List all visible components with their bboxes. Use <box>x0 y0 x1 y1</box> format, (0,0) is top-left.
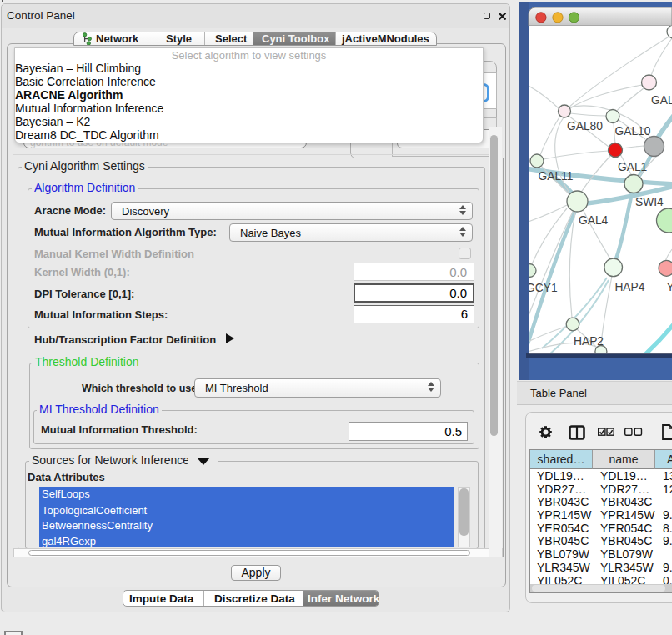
svg-text:SWI4: SWI4 <box>635 196 664 208</box>
svg-text:Y: Y <box>667 281 672 293</box>
svg-text:HAP2: HAP2 <box>574 335 604 348</box>
svg-text:GAL11: GAL11 <box>539 170 574 182</box>
svg-text:GCY1: GCY1 <box>526 282 558 294</box>
svg-text:GAL10: GAL10 <box>615 125 651 138</box>
svg-text:HAP4: HAP4 <box>614 281 644 293</box>
svg-text:GAL2: GAL2 <box>651 94 672 107</box>
svg-text:GAL80: GAL80 <box>567 120 603 132</box>
svg-text:GAL1: GAL1 <box>618 161 647 173</box>
svg-text:GAL4: GAL4 <box>579 214 609 227</box>
